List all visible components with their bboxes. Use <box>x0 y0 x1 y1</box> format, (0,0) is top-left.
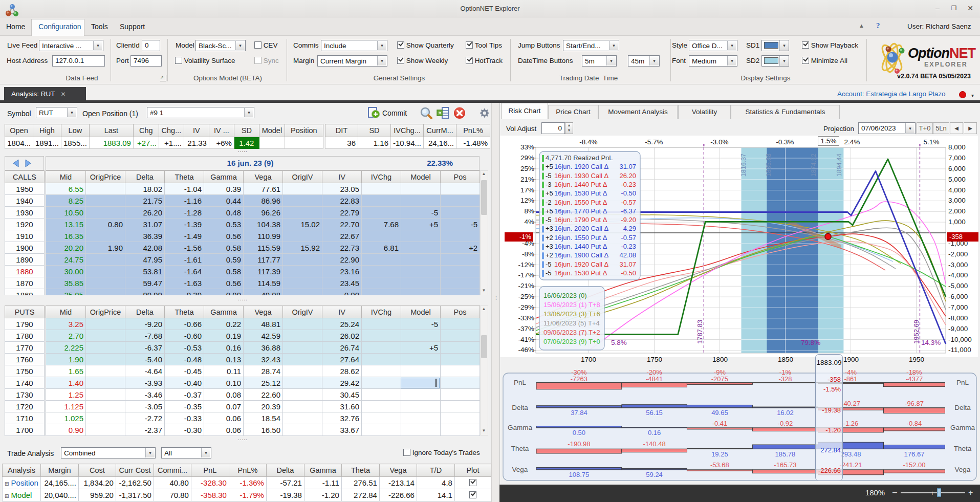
svg-text:07/06/2023 (9) T+0: 07/06/2023 (9) T+0 <box>543 338 600 345</box>
svg-text:16jun. 1440 Put Δ: 16jun. 1440 Put Δ <box>554 243 607 250</box>
svg-text:-5: -5 <box>546 172 552 180</box>
svg-text:16jun. 1770 Put Δ: 16jun. 1770 Put Δ <box>554 207 607 215</box>
svg-text:1894.44: 1894.44 <box>836 154 843 177</box>
svg-text:+2: +2 <box>546 251 553 259</box>
svg-text:-4377: -4377 <box>906 375 923 383</box>
svg-text:-4841: -4841 <box>646 375 663 383</box>
svg-text:Gamma: Gamma <box>950 424 975 431</box>
svg-text:1835.88: 1835.88 <box>765 154 772 177</box>
svg-text:14.3%: 14.3% <box>921 339 941 346</box>
svg-text:-2: -2 <box>546 199 552 206</box>
svg-text:16.02: 16.02 <box>777 409 794 417</box>
svg-text:16jun. 2020 Call Δ: 16jun. 2020 Call Δ <box>554 225 609 232</box>
svg-text:16jun. 1530 Put Δ: 16jun. 1530 Put Δ <box>554 269 607 277</box>
svg-text:1952.69: 1952.69 <box>912 320 920 344</box>
svg-text:-6.37: -6.37 <box>621 207 636 215</box>
svg-text:Theta: Theta <box>511 445 529 452</box>
svg-text:-0.57: -0.57 <box>621 234 636 242</box>
svg-text:59.24: 59.24 <box>646 471 663 478</box>
svg-text:49.65: 49.65 <box>711 409 728 417</box>
svg-text:PnL: PnL <box>956 379 969 386</box>
svg-text:Gamma: Gamma <box>508 424 533 431</box>
svg-text:108.75: 108.75 <box>569 471 590 478</box>
svg-text:16/06/2023 (0): 16/06/2023 (0) <box>543 292 587 299</box>
svg-text:-5: -5 <box>546 216 552 224</box>
svg-text:31.07: 31.07 <box>619 260 636 268</box>
svg-text:16jun. 1920 Call Δ: 16jun. 1920 Call Δ <box>554 260 609 268</box>
svg-text:+2: +2 <box>546 234 553 242</box>
svg-text:-165.73: -165.73 <box>774 461 796 469</box>
svg-text:-1.26: -1.26 <box>843 420 859 427</box>
svg-text:56.15: 56.15 <box>646 409 663 417</box>
svg-text:-0.92: -0.92 <box>778 420 793 427</box>
svg-text:+5: +5 <box>546 189 553 197</box>
svg-text:+5: +5 <box>546 163 553 170</box>
svg-text:-190.98: -190.98 <box>568 440 590 448</box>
svg-text:16jun. 1550 Put Δ: 16jun. 1550 Put Δ <box>554 234 607 242</box>
svg-text:16jun. 1920 Call Δ: 16jun. 1920 Call Δ <box>554 163 609 170</box>
svg-text:31.07: 31.07 <box>619 163 636 170</box>
svg-text:26.20: 26.20 <box>619 172 636 180</box>
svg-text:PnL: PnL <box>514 379 527 386</box>
svg-text:-0.57: -0.57 <box>621 199 636 206</box>
svg-text:1787.83: 1787.83 <box>696 320 704 344</box>
svg-text:-328: -328 <box>778 375 792 383</box>
svg-text:11/06/2023 (5) T+4: 11/06/2023 (5) T+4 <box>543 319 600 327</box>
svg-text:-152.00: -152.00 <box>903 461 925 469</box>
svg-text:+3: +3 <box>546 225 553 232</box>
svg-text:16jun. 1900 Call Δ: 16jun. 1900 Call Δ <box>554 251 609 259</box>
svg-text:-0.84: -0.84 <box>907 420 922 427</box>
svg-text:176.67: 176.67 <box>904 450 925 458</box>
svg-text:+3: +3 <box>546 243 553 250</box>
svg-text:0.50: 0.50 <box>573 429 585 436</box>
svg-text:-7263: -7263 <box>571 375 587 383</box>
svg-text:13/06/2023 (3) T+6: 13/06/2023 (3) T+6 <box>543 310 600 318</box>
svg-text:1816.37: 1816.37 <box>740 154 747 177</box>
svg-text:79.8%: 79.8% <box>801 339 820 346</box>
svg-text:185.78: 185.78 <box>775 450 796 458</box>
svg-text:16jun. 1550 Put Δ: 16jun. 1550 Put Δ <box>554 199 607 206</box>
svg-text:-40.27: -40.27 <box>841 400 860 407</box>
svg-text:-53.68: -53.68 <box>710 461 729 469</box>
svg-text:-0.50: -0.50 <box>621 189 636 197</box>
svg-text:Theta: Theta <box>954 445 972 452</box>
svg-text:37.84: 37.84 <box>571 409 587 417</box>
svg-text:+5: +5 <box>546 207 553 215</box>
svg-text:-0.50: -0.50 <box>621 269 636 277</box>
svg-text:5.8%: 5.8% <box>611 339 627 346</box>
svg-text:42.08: 42.08 <box>619 251 636 259</box>
svg-text:-2075: -2075 <box>711 375 728 383</box>
svg-text:-9.20: -9.20 <box>621 216 636 224</box>
svg-text:Delta: Delta <box>512 404 528 411</box>
svg-text:293.48: 293.48 <box>841 450 861 458</box>
svg-text:-5: -5 <box>546 269 552 277</box>
svg-text:-5: -5 <box>546 260 552 268</box>
svg-text:-241.21: -241.21 <box>839 461 862 469</box>
svg-text:-0.23: -0.23 <box>621 243 636 250</box>
svg-text:1874.92: 1874.92 <box>810 154 817 177</box>
svg-text:19.25: 19.25 <box>711 450 728 458</box>
svg-text:16jun. 1930 Call Δ: 16jun. 1930 Call Δ <box>554 172 609 180</box>
svg-text:16jun. 1530 Put Δ: 16jun. 1530 Put Δ <box>554 189 607 197</box>
svg-text:Vega: Vega <box>955 466 971 473</box>
svg-text:-3: -3 <box>546 181 552 188</box>
svg-text:0.16: 0.16 <box>648 429 661 436</box>
svg-text:Delta: Delta <box>954 404 971 411</box>
svg-text:16jun. 1440 Put Δ: 16jun. 1440 Put Δ <box>554 181 607 188</box>
svg-text:16jun. 1790 Put Δ: 16jun. 1790 Put Δ <box>554 216 607 224</box>
svg-text:4.29: 4.29 <box>623 225 636 232</box>
svg-text:15/06/2023 (1) T+8: 15/06/2023 (1) T+8 <box>543 301 600 309</box>
svg-text:-96.87: -96.87 <box>905 400 924 407</box>
svg-text:-861: -861 <box>844 375 857 383</box>
svg-text:-0.41: -0.41 <box>712 420 728 427</box>
svg-text:-0.23: -0.23 <box>621 181 636 188</box>
svg-text:Vega: Vega <box>512 466 528 473</box>
svg-text:-140.48: -140.48 <box>643 440 666 448</box>
svg-text:4,771.70 Realized PnL: 4,771.70 Realized PnL <box>546 154 613 162</box>
svg-text:09/06/2023 (7) T+2: 09/06/2023 (7) T+2 <box>543 329 600 336</box>
